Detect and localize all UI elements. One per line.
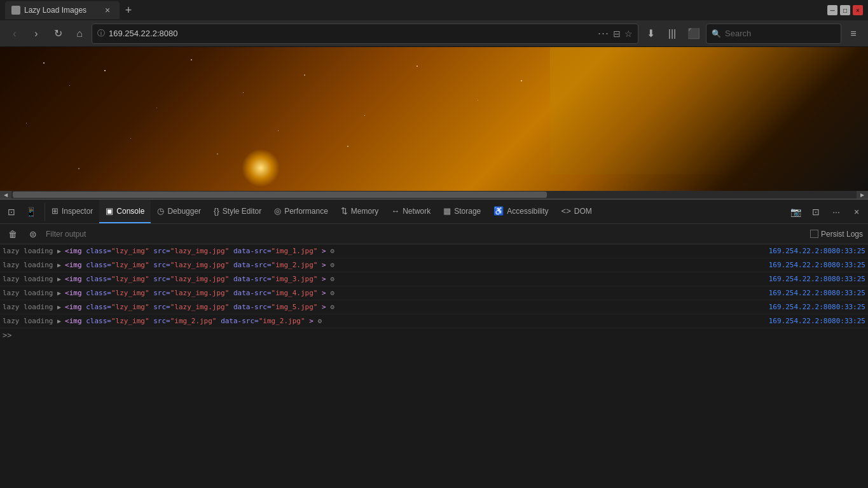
expand-icon[interactable]: ▶ bbox=[57, 261, 61, 268]
window-controls: ─ □ × bbox=[827, 5, 863, 15]
console-code: <img class="lzy_img" src="lazy_img.jpg" … bbox=[65, 303, 765, 311]
expand-icon[interactable]: ▶ bbox=[57, 247, 61, 254]
devtools-left-icons: ⊡ 📱 bbox=[3, 203, 45, 221]
console-code: <img class="lzy_img" src="lazy_img.jpg" … bbox=[65, 275, 765, 283]
console-time: 169.254.22.2:8080:33:25 bbox=[769, 289, 865, 297]
console-row-label: lazy loading bbox=[3, 261, 53, 269]
console-time: 169.254.22.2:8080:33:25 bbox=[769, 275, 865, 283]
dock-button[interactable]: ⊡ bbox=[807, 203, 825, 221]
expand-icon[interactable]: ▶ bbox=[57, 275, 61, 282]
address-bar[interactable]: ⓘ 169.254.22.2:8080 ··· ⊟ ☆ bbox=[92, 24, 638, 44]
tab-area: Lazy Load Images × + bbox=[5, 1, 827, 19]
tab-debugger-label: Debugger bbox=[167, 207, 201, 216]
new-tab-button[interactable]: + bbox=[120, 1, 137, 19]
expand-icon[interactable]: ▶ bbox=[57, 303, 61, 310]
console-code: <img class="lzy_img" src="lazy_img.jpg" … bbox=[65, 289, 765, 297]
console-row: lazy loading ▶ <img class="lzy_img" src=… bbox=[0, 244, 868, 258]
persist-logs-container: Persist Logs bbox=[810, 230, 863, 239]
tab-style-editor[interactable]: {} Style Editor bbox=[207, 200, 268, 223]
tab-performance[interactable]: ◎ Performance bbox=[268, 200, 334, 223]
expand-icon[interactable]: ▶ bbox=[57, 317, 61, 324]
devtools-close-button[interactable]: × bbox=[848, 203, 865, 221]
scroll-thumb[interactable] bbox=[13, 192, 547, 198]
console-row: lazy loading ▶ <img class="lzy_img" src=… bbox=[0, 300, 868, 314]
style-editor-icon: {} bbox=[214, 206, 219, 216]
tab-memory[interactable]: ⇅ Memory bbox=[334, 200, 385, 223]
filter-input[interactable] bbox=[46, 230, 805, 239]
home-button[interactable]: ⌂ bbox=[70, 24, 89, 43]
scroll-left-button[interactable]: ◀ bbox=[0, 191, 11, 199]
inspector-icon: ⊞ bbox=[52, 206, 59, 216]
console-prompt: >> bbox=[0, 328, 868, 342]
search-bar[interactable]: 🔍 Search bbox=[706, 24, 841, 44]
storage-icon: ▦ bbox=[443, 206, 451, 216]
tab-console-label: Console bbox=[116, 207, 144, 216]
close-button[interactable]: × bbox=[853, 5, 863, 15]
minimize-button[interactable]: ─ bbox=[827, 5, 837, 15]
browser-tab[interactable]: Lazy Load Images × bbox=[5, 1, 120, 19]
expand-icon[interactable]: ▶ bbox=[57, 289, 61, 296]
tab-performance-label: Performance bbox=[284, 207, 328, 216]
browser-window: Lazy Load Images × + ─ □ × ‹ › ↻ ⌂ ⓘ 169… bbox=[0, 0, 868, 488]
tab-console[interactable]: ▣ Console bbox=[99, 200, 151, 223]
tab-network[interactable]: ↔ Network bbox=[385, 200, 437, 223]
devtools-responsive-button[interactable]: 📱 bbox=[22, 203, 39, 221]
screenshot-button[interactable]: 📷 bbox=[787, 203, 804, 221]
download-button[interactable]: ⬇ bbox=[641, 24, 660, 43]
filter-toggle-button[interactable]: ⊜ bbox=[25, 227, 41, 242]
tab-inspector-label: Inspector bbox=[62, 207, 93, 216]
devtools-tabs: ⊞ Inspector ▣ Console ◷ Debugger {} Styl… bbox=[45, 200, 787, 223]
tab-memory-label: Memory bbox=[351, 207, 378, 216]
hero-image bbox=[0, 47, 868, 199]
console-time: 169.254.22.2:8080:33:25 bbox=[769, 261, 865, 269]
devtools-more-button[interactable]: ··· bbox=[827, 203, 845, 221]
devtools-panel: ⊡ 📱 ⊞ Inspector ▣ Console ◷ Debugger {} bbox=[0, 199, 868, 488]
tab-storage-label: Storage bbox=[454, 207, 481, 216]
reload-button[interactable]: ↻ bbox=[48, 24, 67, 43]
devtools-inspect-button[interactable]: ⊡ bbox=[3, 203, 20, 221]
console-row: lazy loading ▶ <img class="lzy_img" src=… bbox=[0, 258, 868, 272]
horizontal-scrollbar[interactable]: ◀ ▶ bbox=[0, 191, 868, 199]
console-row-label: lazy loading bbox=[3, 247, 53, 255]
console-toolbar: 🗑 ⊜ Persist Logs bbox=[0, 224, 868, 244]
glow-orb bbox=[242, 149, 280, 187]
tab-inspector[interactable]: ⊞ Inspector bbox=[45, 200, 99, 223]
sidebar-button[interactable]: ⬛ bbox=[684, 24, 703, 43]
persist-logs-label: Persist Logs bbox=[821, 230, 863, 239]
library-button[interactable]: ||| bbox=[663, 24, 682, 43]
forward-button[interactable]: › bbox=[27, 24, 46, 43]
devtools-right-icons: 📷 ⊡ ··· × bbox=[787, 203, 865, 221]
scroll-right-button[interactable]: ▶ bbox=[857, 191, 868, 199]
tab-favicon bbox=[11, 6, 20, 15]
console-time: 169.254.22.2:8080:33:25 bbox=[769, 303, 865, 311]
maximize-button[interactable]: □ bbox=[840, 5, 850, 15]
tab-storage[interactable]: ▦ Storage bbox=[437, 200, 487, 223]
persist-logs-checkbox[interactable] bbox=[810, 230, 818, 238]
search-icon: 🔍 bbox=[712, 29, 721, 38]
console-code: <img class="lzy_img" src="lazy_img.jpg" … bbox=[65, 247, 765, 255]
more-icon[interactable]: ··· bbox=[598, 27, 609, 40]
console-code: <img class="lzy_img" src="img_2.jpg" dat… bbox=[65, 317, 765, 325]
console-row: lazy loading ▶ <img class="lzy_img" src=… bbox=[0, 272, 868, 286]
tab-debugger[interactable]: ◷ Debugger bbox=[151, 200, 207, 223]
accessibility-icon: ♿ bbox=[493, 206, 504, 216]
tab-accessibility-label: Accessibility bbox=[507, 207, 548, 216]
tab-dom-label: DOM bbox=[574, 207, 592, 216]
network-icon: ↔ bbox=[391, 206, 399, 216]
console-time: 169.254.22.2:8080:33:25 bbox=[769, 247, 865, 255]
tab-close-button[interactable]: × bbox=[102, 4, 113, 16]
console-code: <img class="lzy_img" src="lazy_img.jpg" … bbox=[65, 261, 765, 269]
menu-button[interactable]: ≡ bbox=[844, 24, 863, 43]
tab-accessibility[interactable]: ♿ Accessibility bbox=[487, 200, 555, 223]
address-text: 169.254.22.2:8080 bbox=[109, 29, 594, 38]
devtools-toolbar: ⊡ 📱 ⊞ Inspector ▣ Console ◷ Debugger {} bbox=[0, 200, 868, 224]
console-row: lazy loading ▶ <img class="lzy_img" src=… bbox=[0, 286, 868, 300]
clear-console-button[interactable]: 🗑 bbox=[5, 227, 20, 242]
back-button[interactable]: ‹ bbox=[5, 24, 24, 43]
dom-icon: <> bbox=[561, 206, 571, 216]
bookmark-icon[interactable]: ⊟ bbox=[613, 29, 621, 39]
tab-dom[interactable]: <> DOM bbox=[555, 200, 598, 223]
console-output: lazy loading ▶ <img class="lzy_img" src=… bbox=[0, 244, 868, 488]
star-icon[interactable]: ☆ bbox=[624, 29, 633, 39]
lock-icon: ⓘ bbox=[97, 28, 105, 39]
